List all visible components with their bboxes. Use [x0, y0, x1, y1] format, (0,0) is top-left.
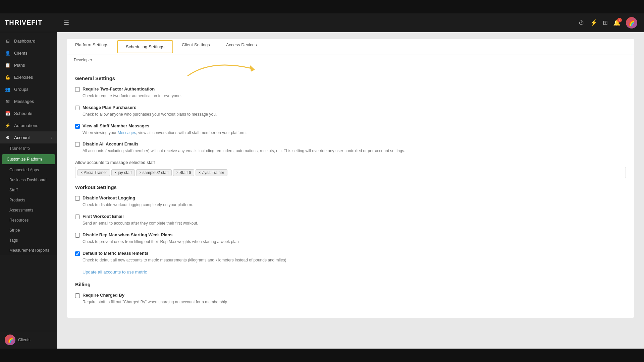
label-default-metric: Default to Metric Measurements — [83, 251, 149, 256]
setting-view-staff-messages: View all Staff Member Messages When view… — [75, 123, 626, 136]
sidebar-label-messages: Messages — [14, 99, 34, 104]
logo: THRIVEFIT — [0, 13, 57, 32]
timer-icon[interactable]: ⏱ — [579, 19, 585, 26]
label-two-factor: Require Two-Factor Authentication — [83, 86, 155, 92]
sidebar-label-exercises: Exercises — [14, 75, 33, 80]
account-arrow: › — [51, 136, 52, 139]
sidebar-item-exercises[interactable]: 💪 Exercises — [0, 71, 57, 83]
setting-disable-emails: Disable All Account Emails All accounts … — [75, 141, 626, 154]
sidebar-item-plans[interactable]: 📋 Plans — [0, 59, 57, 71]
sidebar-item-trainer-info[interactable]: Trainer Info — [0, 143, 57, 154]
lightning-icon[interactable]: ⚡ — [590, 19, 597, 26]
checkbox-message-plan[interactable] — [75, 106, 80, 110]
sidebar-label-schedule: Schedule — [14, 111, 32, 116]
label-view-staff-messages: View all Staff Member Messages — [83, 123, 149, 128]
checkbox-disable-logging[interactable] — [75, 196, 80, 201]
main-wrapper: ☰ ⏱ ⚡ ⊞ 🔔 2 🌈 Pla — [57, 13, 644, 349]
desc-first-workout-email: Send an email to accounts after they com… — [83, 221, 626, 226]
label-disable-emails: Disable All Account Emails — [83, 141, 139, 146]
account-submenu: Trainer Info Customize Platform Connecte… — [0, 143, 57, 255]
sidebar-item-messages[interactable]: ✉ Messages — [0, 95, 57, 107]
label-disable-rep-max: Disable Rep Max when Starting Week Plans — [83, 232, 173, 237]
staff-tag-staff6[interactable]: × Staff 6 — [173, 169, 194, 176]
desc-view-staff-messages: When viewing your Messages, view all con… — [83, 130, 626, 136]
sidebar-user: 🌈 Clients — [5, 335, 52, 345]
sidebar-item-groups[interactable]: 👥 Groups — [0, 83, 57, 95]
update-metric-link[interactable]: Update all accounts to use metric — [83, 269, 147, 275]
sidebar-item-dashboard[interactable]: ⊞ Dashboard — [0, 35, 57, 47]
checkbox-view-staff-messages[interactable] — [75, 124, 80, 129]
desc-disable-logging: Check to disable workout logging complet… — [83, 202, 626, 208]
sidebar-label-dashboard: Dashboard — [14, 39, 36, 44]
sidebar-item-products[interactable]: Products — [0, 195, 57, 205]
sidebar-item-tags[interactable]: Tags — [0, 235, 57, 245]
sidebar-item-schedule[interactable]: 📅 Schedule › — [0, 107, 57, 119]
tab-platform-settings[interactable]: Platform Settings — [67, 39, 116, 55]
setting-default-metric: Default to Metric Measurements Check to … — [75, 251, 626, 263]
checkbox-first-workout-email[interactable] — [75, 215, 80, 219]
sidebar-label-clients: Clients — [14, 51, 28, 56]
sidebar-label-plans: Plans — [14, 63, 25, 68]
checkbox-default-metric[interactable] — [75, 251, 80, 256]
sidebar-item-connected-apps[interactable]: Connected Apps — [0, 165, 57, 175]
messages-link[interactable]: Messages — [118, 130, 136, 135]
settings-panel: General Settings Require Two-Factor Auth… — [67, 66, 634, 318]
groups-icon: 👥 — [5, 86, 11, 92]
hamburger-icon[interactable]: ☰ — [64, 19, 69, 26]
tab-access-devices[interactable]: Access Devices — [218, 39, 265, 55]
exercises-icon: 💪 — [5, 74, 11, 80]
desc-view-staff-suffix: , view all conversations with all staff … — [136, 130, 247, 135]
label-message-plan: Message Plan Purchasers — [83, 105, 136, 110]
desc-disable-rep-max: Check to prevent users from filling out … — [83, 239, 626, 245]
tab-client-settings[interactable]: Client Settings — [174, 39, 218, 55]
label-require-charged-by: Require Charged By — [83, 293, 124, 298]
header-left: ☰ — [64, 19, 69, 26]
sidebar-item-customize-platform[interactable]: Customize Platform — [2, 154, 55, 164]
schedule-icon: 📅 — [5, 110, 11, 116]
sidebar: THRIVEFIT ⊞ Dashboard 👤 Clients 📋 Plans … — [0, 13, 57, 349]
clients-icon: 👤 — [5, 50, 11, 56]
staff-tags-list: × Alicia Trainer × jay staff × sample02 … — [75, 167, 626, 178]
staff-tag-alicia[interactable]: × Alicia Trainer — [77, 169, 110, 176]
desc-default-metric: Check to default all new accounts to met… — [83, 257, 626, 263]
tabs-container: Platform Settings Scheduling Settings Cl… — [67, 39, 634, 55]
sidebar-item-measurement-reports[interactable]: Measurement Reports — [0, 245, 57, 255]
sidebar-label-automations: Automations — [14, 123, 38, 128]
bell-icon[interactable]: 🔔 2 — [613, 19, 621, 26]
desc-require-charged-by: Require staff to fill out "Charged By" w… — [83, 299, 626, 305]
sidebar-item-resources[interactable]: Resources — [0, 215, 57, 225]
setting-two-factor: Require Two-Factor Authentication Check … — [75, 86, 626, 99]
sidebar-item-business-dashboard[interactable]: Business Dashboard — [0, 175, 57, 185]
tab-developer[interactable]: Developer — [67, 56, 634, 65]
staff-tag-sample02[interactable]: × sample02 staff — [136, 169, 172, 176]
metric-link-container: Update all accounts to use metric — [83, 269, 626, 275]
checkbox-require-charged-by[interactable] — [75, 293, 80, 298]
messages-icon: ✉ — [5, 98, 11, 104]
general-settings-title: General Settings — [75, 75, 626, 81]
sidebar-item-stripe[interactable]: Stripe — [0, 225, 57, 235]
checkbox-two-factor[interactable] — [75, 87, 80, 92]
sidebar-item-automations[interactable]: ⚡ Automations — [0, 119, 57, 131]
header-avatar[interactable]: 🌈 — [626, 17, 637, 28]
tab-scheduling-settings[interactable]: Scheduling Settings — [117, 40, 173, 53]
dashboard-icon: ⊞ — [5, 38, 11, 44]
sub-tabs-row: Developer — [67, 55, 634, 66]
sidebar-item-assessments[interactable]: Assessments — [0, 205, 57, 215]
setting-first-workout-email: First Workout Email Send an email to acc… — [75, 214, 626, 226]
setting-message-plan: Message Plan Purchasers Check to allow a… — [75, 105, 626, 117]
sidebar-label-account: Account — [14, 135, 30, 140]
desc-disable-emails: All accounts (excluding staff member) wi… — [83, 148, 626, 154]
sidebar-item-account[interactable]: ⚙ Account › — [0, 131, 57, 143]
main-header: ☰ ⏱ ⚡ ⊞ 🔔 2 🌈 — [57, 13, 644, 32]
staff-tag-zysa[interactable]: × Zysa Trainer — [196, 169, 227, 176]
setting-disable-rep-max: Disable Rep Max when Starting Week Plans… — [75, 232, 626, 245]
checkbox-disable-rep-max[interactable] — [75, 233, 80, 238]
grid-icon[interactable]: ⊞ — [603, 19, 608, 26]
account-icon: ⚙ — [5, 134, 11, 140]
staff-tag-jay[interactable]: × jay staff — [111, 169, 135, 176]
billing-title: Billing — [75, 282, 626, 287]
header-right: ⏱ ⚡ ⊞ 🔔 2 🌈 — [579, 17, 637, 28]
checkbox-disable-emails[interactable] — [75, 142, 80, 147]
sidebar-item-clients[interactable]: 👤 Clients — [0, 47, 57, 59]
sidebar-item-staff[interactable]: Staff — [0, 185, 57, 195]
